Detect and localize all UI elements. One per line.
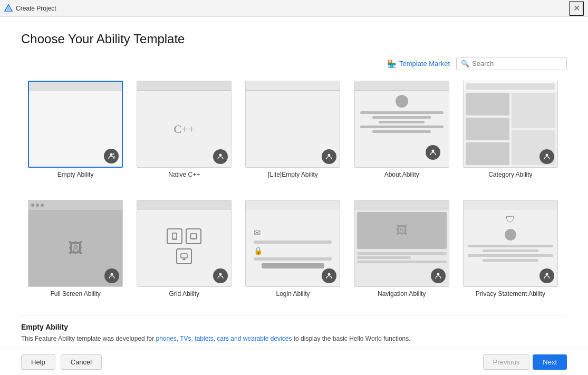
search-input[interactable]: [472, 60, 562, 68]
badge-icon-login: [325, 272, 333, 280]
template-card-empty-ability[interactable]: Empty Ability: [21, 76, 130, 196]
template-card-category[interactable]: Category Ability: [456, 76, 565, 196]
dot-1: [31, 204, 34, 207]
dot-2: [36, 204, 39, 207]
about-circle: [396, 95, 408, 108]
card-preview-empty: [28, 81, 123, 168]
badge-icon-category: [543, 152, 551, 161]
badge-icon-grid: [216, 272, 225, 280]
badge-wrapper: [137, 282, 231, 286]
template-card-lite-empty[interactable]: [Lite]Empty Ability: [238, 76, 347, 196]
mock-badge-lite: [322, 149, 336, 164]
main-content: Choose Your Ability Template 🏪 Template …: [0, 17, 588, 349]
privacy-line-4: [483, 259, 538, 262]
login-field-1: [254, 241, 332, 244]
svg-point-7: [545, 154, 548, 157]
template-card-fullscreen[interactable]: 🖼 Full Screen Ability: [21, 196, 130, 315]
cat-search: [466, 83, 555, 90]
privacy-line-3: [468, 254, 553, 257]
image-icon: 🖼: [68, 239, 83, 257]
footer: Help Cancel Previous Next: [0, 349, 588, 375]
cat-block-1: [466, 93, 509, 116]
grid-area: Empty Ability C++: [21, 76, 567, 315]
card-preview-login: ✉ 🔒: [245, 200, 340, 287]
svg-point-4: [219, 154, 222, 157]
about-line-2: [372, 116, 431, 119]
svg-point-16: [219, 273, 222, 276]
badge-icon-native: [216, 152, 225, 161]
desc-text-end: to display the basic Hello World functio…: [292, 335, 410, 342]
svg-point-5: [328, 154, 331, 157]
login-field-2: [254, 257, 332, 261]
card-preview-grid: [137, 200, 232, 287]
footer-left: Help Cancel: [21, 354, 102, 370]
mock-topbar-login: [246, 200, 340, 210]
desc-highlighted-link[interactable]: phones, TVs, tablets, cars and wearable …: [156, 335, 292, 342]
template-card-about[interactable]: About Ability: [348, 76, 456, 196]
mock-topbar-about: [355, 81, 449, 91]
badge-icon-nav: [434, 272, 442, 280]
template-card-privacy[interactable]: 🛡 Privacy Statement Ability: [456, 196, 565, 315]
privacy-avatar: [505, 229, 516, 241]
card-preview-privacy: 🛡: [463, 200, 558, 287]
cat-block-3: [466, 142, 509, 165]
template-card-grid[interactable]: Grid Ability: [130, 196, 238, 315]
template-market-button[interactable]: 🏪 Template Market: [387, 60, 450, 68]
mock-topbar-native: [137, 81, 231, 91]
card-label-about: About Ability: [384, 171, 419, 178]
dot-3: [41, 204, 44, 207]
svg-point-3: [113, 153, 114, 155]
card-preview-navigation: 🖼: [354, 200, 449, 287]
card-label-navigation: Navigation Ability: [378, 290, 426, 297]
grid-icon-tablet: [186, 228, 201, 244]
mock-badge-fullscreen: [104, 268, 119, 283]
grid-icons-bottom: [176, 248, 192, 264]
mock-body-lite: [246, 91, 340, 167]
privacy-line-1: [468, 245, 553, 247]
badge-icon: [107, 152, 115, 160]
mock-topbar-nav: [355, 200, 449, 210]
mock-body: [29, 91, 122, 167]
titlebar-left: Create Project: [4, 4, 56, 13]
help-button[interactable]: Help: [21, 354, 55, 370]
badge-icon-about: [429, 148, 437, 157]
badge-icon-lite: [325, 152, 333, 161]
template-card-native-cpp[interactable]: C++ Native C++: [130, 76, 238, 196]
svg-point-2: [110, 153, 113, 156]
mock-badge-nav: [431, 268, 446, 283]
card-label-fullscreen: Full Screen Ability: [50, 290, 100, 297]
card-label-privacy: Privacy Statement Ability: [476, 290, 545, 297]
template-card-navigation[interactable]: 🖼 Navigat: [348, 196, 456, 315]
window-title: Create Project: [16, 5, 56, 12]
privacy-line-2: [483, 249, 538, 252]
card-preview-lite: [245, 81, 340, 168]
toolbar: 🏪 Template Market 🔍: [21, 57, 567, 70]
template-card-login[interactable]: ✉ 🔒 Login Ability: [238, 196, 347, 315]
nav-line-2: [357, 256, 411, 259]
mock-body-native: C++: [137, 91, 231, 167]
mock-topbar-grid: [137, 200, 231, 210]
nav-img-block: 🖼: [357, 212, 447, 249]
close-button[interactable]: ✕: [569, 1, 584, 16]
mock-badge-native: [213, 149, 228, 164]
market-icon: 🏪: [387, 60, 396, 68]
nav-line-3: [357, 261, 447, 263]
grid-icon-monitor: [176, 248, 192, 264]
grid-icons-top: [167, 228, 201, 244]
grid-icon-row: [167, 228, 201, 264]
app-icon: [4, 4, 13, 13]
svg-rect-13: [181, 254, 187, 258]
about-line-3: [379, 121, 425, 123]
nav-lines: [357, 251, 447, 264]
footer-right: Previous Next: [483, 354, 567, 370]
card-label-empty: Empty Ability: [57, 171, 94, 178]
email-icon: ✉: [254, 228, 261, 238]
next-button[interactable]: Next: [533, 354, 567, 370]
cat-col-1: [466, 93, 509, 165]
cancel-button[interactable]: Cancel: [61, 354, 102, 370]
svg-point-8: [111, 273, 113, 276]
search-box: 🔍: [456, 57, 567, 70]
cpp-text: C++: [174, 122, 195, 136]
card-preview-about: [354, 81, 449, 168]
mock-badge-privacy: [539, 268, 554, 283]
